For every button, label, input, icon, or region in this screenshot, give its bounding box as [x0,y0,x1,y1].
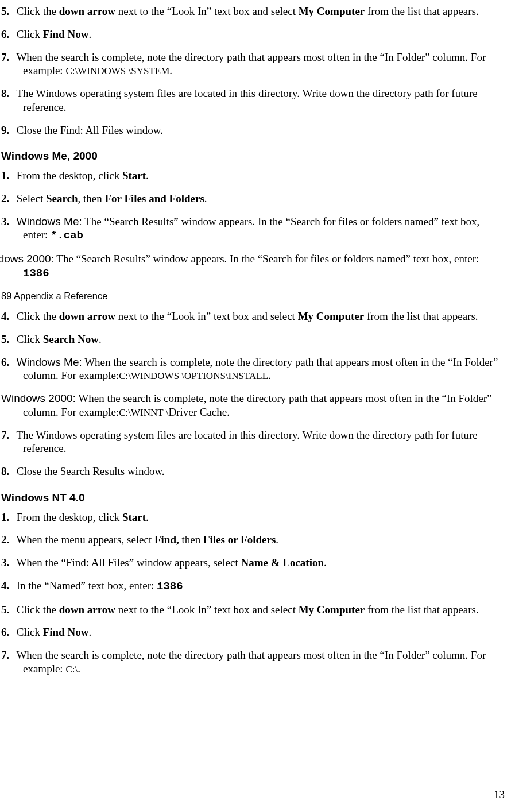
step-text: . [99,333,102,345]
step-text: Select [17,192,46,204]
step-number: 1. [1,169,14,183]
step-text: next to the “Look in” text box and selec… [115,310,298,322]
step-number: 4. [1,579,14,593]
step-text: then [179,533,203,546]
step-text: . [268,369,271,381]
path-text: C:\ [65,664,78,675]
step-text: Click [17,626,43,638]
step-5-top: 5. Click the down arrow next to the “Loo… [1,5,505,18]
bold-span: Name & Location [241,556,324,569]
bold-span: Start [122,511,146,523]
step-b5: 5. Click the down arrow next to the “Loo… [1,603,505,617]
code-text: *.cab [51,229,83,242]
bold-span: Search Now [43,333,99,345]
step-number: 2. [1,192,14,206]
step-text: When the menu appears, select [16,533,154,546]
step-a1: 1. From the desktop, click Start. [1,169,505,183]
step-text: . [204,192,207,204]
section-title-me-2000: Windows Me, 2000 [1,149,505,163]
step-text: . [78,663,80,675]
step-text: From the desktop, click [17,169,122,181]
step-number: 8. [1,465,14,478]
bold-span: Start [122,169,146,181]
step-number: 5. [1,603,14,617]
variant-label-2000: Windows 2000: [1,252,54,266]
bold-span: My Computer [299,604,365,616]
step-number: 5. [1,332,14,346]
bold-span: down arrow [59,310,115,322]
step-a6-me: 6. Windows Me: When the search is comple… [1,355,505,383]
step-9-top: 9. Close the Find: All Files window. [1,123,505,137]
step-a4: 4. Click the down arrow next to the “Loo… [1,310,505,323]
appendix-reference: 89 Appendix a Reference [1,290,505,302]
step-a6-2000: Windows 2000: When the search is complet… [1,392,505,419]
step-text: The Windows operating system files are l… [16,429,477,455]
step-number: 6. [1,625,14,639]
step-number: 8. [1,87,14,100]
step-text: . [146,169,149,181]
step-text: The Windows operating system files are l… [16,87,477,113]
step-number: 7. [1,428,14,442]
step-a2: 2. Select Search, then For Files and Fol… [1,192,505,206]
path-text: C:\WINNT \ [119,407,168,418]
step-text: next to the “Look In” text box and selec… [115,604,299,616]
step-6-top: 6. Click Find Now. [1,28,505,41]
step-number: 3. [1,556,14,570]
step-text: next to the “Look In” text box and selec… [115,5,299,17]
step-text: When the “Find: All Files” window appear… [16,556,241,569]
bold-span: Find Now [43,626,89,638]
step-text: Click [17,28,43,40]
variant-label-me: Windows Me: [17,356,82,368]
bold-span: For Files and Folders [105,192,204,204]
step-number: 1. [1,511,14,524]
variant-label-me: Windows Me: [17,215,82,227]
path-text: C:\WINDOWS \SYSTEM [65,65,169,76]
bold-span: Search [46,192,78,204]
document-page: 5. Click the down arrow next to the “Loo… [0,0,515,720]
step-number: 6. [1,28,14,41]
bold-span: My Computer [299,5,365,17]
bold-span: down arrow [59,604,115,616]
step-number: 4. [1,310,14,323]
step-text: from the list that appears. [365,5,478,17]
step-text: . [169,64,172,76]
step-b6: 6. Click Find Now. [1,625,505,639]
step-text: From the desktop, click [17,511,122,523]
page-number: 13 [494,788,505,802]
step-text: Click the [17,310,59,322]
step-text: Click the [17,604,59,616]
step-text: . [88,28,91,40]
step-a7: 7. The Windows operating system files ar… [1,428,505,456]
step-text: When the search is complete, note the di… [23,392,491,418]
step-b1: 1. From the desktop, click Start. [1,511,505,524]
step-text: The “Search Results” window appears. In … [54,253,479,265]
step-text: When the search is complete, note the di… [16,649,486,675]
step-text: . [276,533,278,546]
bold-span: down arrow [59,5,115,17]
step-b2: 2. When the menu appears, select Find, t… [1,533,505,547]
step-text: The “Search Results” window appears. In … [23,215,479,241]
step-b3: 3. When the “Find: All Files” window app… [1,556,505,570]
step-a3-me: 3. Windows Me: The “Search Results” wind… [1,215,505,243]
step-number: 6. [1,355,14,369]
step-text: from the list that appears. [364,310,478,322]
step-text: Close the Search Results window. [17,465,165,477]
code-text: i386 [157,580,183,593]
bold-span: My Computer [298,310,365,322]
step-text: Click the [17,5,59,17]
code-text: i386 [23,267,49,280]
step-a8: 8. Close the Search Results window. [1,465,505,478]
step-number: 3. [1,215,14,229]
bold-span: Find Now [43,28,89,40]
bold-span: Find, [154,533,179,546]
step-a3-2000: Windows 2000: The “Search Results” windo… [1,252,505,281]
bold-span: Files or Folders [203,533,276,546]
step-number: 7. [1,648,14,662]
step-text: Click [17,333,43,345]
step-number: 7. [1,51,14,64]
step-number: 5. [1,5,14,18]
step-text: Close the Find: All Files window. [17,124,163,136]
step-number: 2. [1,533,14,547]
step-text: . [324,556,327,569]
path-text: C:\WINDOWS \OPTIONS\INSTALL [119,370,268,381]
